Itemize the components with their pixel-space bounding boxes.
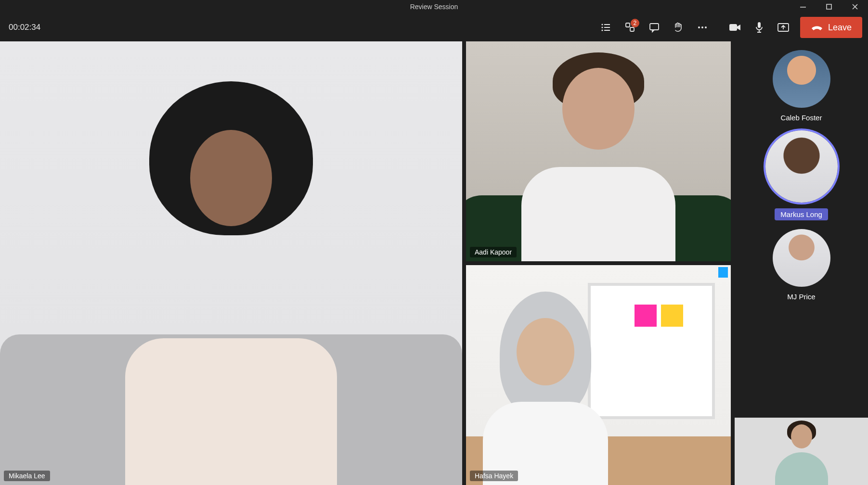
participant-name-label: Markus Long (775, 208, 828, 220)
participant-video (466, 41, 731, 261)
meeting-toolbar: 00:02:34 2 (0, 13, 868, 41)
microphone-button[interactable] (747, 17, 771, 38)
avatar (765, 130, 838, 203)
meeting-window: Review Session 00:02:34 (0, 0, 868, 485)
raise-hand-icon (673, 22, 684, 33)
svg-rect-8 (626, 23, 630, 27)
svg-point-11 (698, 26, 700, 28)
call-timer: 00:02:34 (6, 23, 40, 32)
camera-button[interactable] (723, 17, 747, 38)
microphone-icon (754, 22, 764, 33)
video-grid: Mikaela Lee Aadi Kapoor (0, 41, 868, 485)
svg-point-6 (601, 29, 603, 31)
participant-name-label: Hafsa Hayek (470, 471, 518, 481)
share-icon (777, 22, 790, 33)
chat-icon (648, 22, 660, 33)
share-screen-button[interactable] (771, 17, 795, 38)
participant-name-label: Mikaela Lee (4, 471, 50, 481)
svg-point-2 (601, 24, 603, 25)
minimize-icon (800, 3, 806, 10)
svg-rect-5 (604, 27, 610, 28)
hangup-icon (811, 23, 823, 32)
people-button[interactable]: 2 (618, 17, 642, 38)
participant-name-label: MJ Price (787, 293, 815, 301)
camera-icon (729, 23, 741, 32)
svg-rect-15 (758, 22, 761, 28)
window-controls (790, 0, 868, 13)
raise-hand-button[interactable] (666, 17, 690, 38)
participant-list-button[interactable] (594, 17, 618, 38)
avatar (773, 50, 830, 108)
participant-video (0, 41, 462, 485)
list-icon (600, 22, 612, 33)
more-icon (697, 22, 708, 33)
svg-point-4 (601, 26, 603, 28)
minimize-button[interactable] (790, 0, 816, 13)
maximize-button[interactable] (816, 0, 842, 13)
close-icon (852, 4, 858, 10)
participant-sidebar: Caleb Foster Markus Long MJ Price (735, 41, 868, 485)
svg-rect-7 (604, 30, 610, 31)
pin-icon (718, 267, 728, 278)
video-tile-secondary-2[interactable]: Hafsa Hayek (466, 265, 731, 485)
title-bar: Review Session (0, 0, 868, 13)
svg-rect-1 (827, 4, 831, 9)
chat-button[interactable] (642, 17, 666, 38)
leave-button[interactable]: Leave (800, 17, 862, 38)
participant-name-label: Aadi Kapoor (470, 247, 517, 257)
video-tile-secondary-1[interactable]: Aadi Kapoor (466, 41, 731, 261)
avatar (773, 229, 830, 287)
svg-rect-0 (800, 7, 806, 8)
participant-avatar-1[interactable]: Caleb Foster (735, 50, 868, 122)
maximize-icon (826, 4, 832, 10)
participants-badge: 2 (631, 19, 639, 27)
svg-point-12 (701, 26, 703, 28)
svg-rect-10 (650, 24, 659, 30)
self-view-tile[interactable] (735, 418, 868, 485)
svg-rect-9 (630, 27, 634, 31)
participant-avatar-2[interactable]: Markus Long (735, 130, 868, 220)
participant-video (735, 418, 868, 485)
svg-point-13 (705, 26, 707, 28)
close-button[interactable] (842, 0, 868, 13)
leave-label: Leave (828, 23, 852, 33)
window-title: Review Session (410, 3, 458, 11)
video-column-secondary: Aadi Kapoor Hafsa Hayek (466, 41, 731, 485)
participant-avatar-3[interactable]: MJ Price (735, 229, 868, 301)
video-tile-main[interactable]: Mikaela Lee (0, 41, 462, 485)
svg-rect-14 (729, 24, 737, 31)
more-options-button[interactable] (690, 17, 714, 38)
participant-video (466, 265, 731, 485)
participant-name-label: Caleb Foster (781, 114, 822, 122)
svg-rect-3 (604, 24, 610, 25)
